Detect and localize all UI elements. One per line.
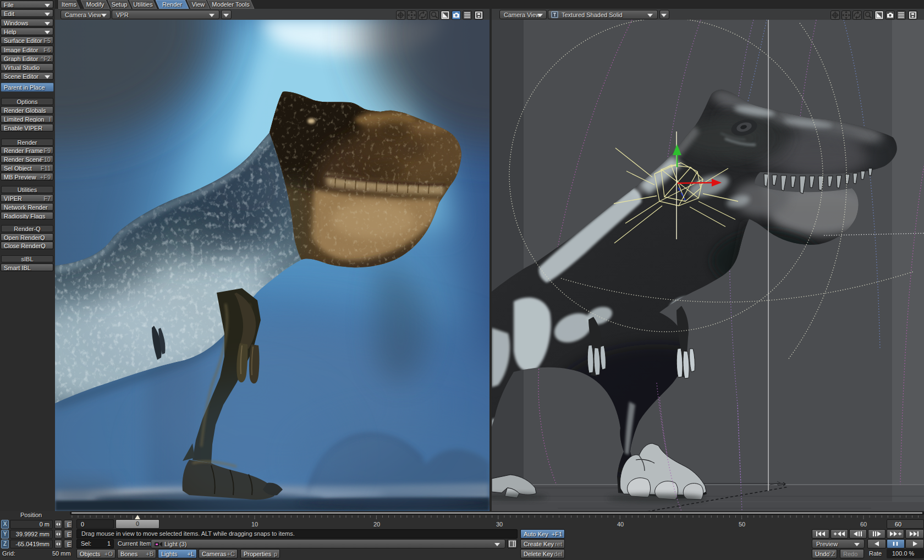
svg-text:40: 40 [617, 521, 624, 528]
svg-text:60: 60 [860, 521, 867, 528]
svg-text:50: 50 [739, 521, 745, 528]
svg-text:10: 10 [251, 521, 258, 528]
svg-text:30: 30 [496, 521, 503, 528]
svg-text:20: 20 [373, 521, 380, 528]
